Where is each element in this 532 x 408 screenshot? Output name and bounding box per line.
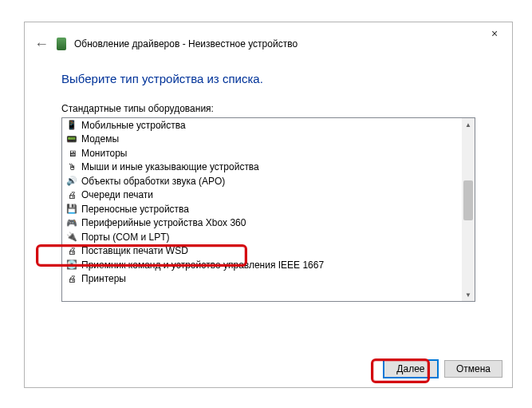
dialog-title: Обновление драйверов - Неизвестное устро… [74, 38, 298, 50]
generic-icon [65, 286, 78, 292]
mobile-icon: 📱 [65, 120, 78, 131]
scroll-down-icon[interactable]: ▼ [462, 288, 475, 301]
scroll-up-icon[interactable]: ▲ [462, 118, 475, 131]
portable-icon: 💾 [65, 204, 78, 215]
dialog-window: × ← Обновление драйверов - Неизвестное у… [24, 22, 513, 388]
list-item[interactable] [62, 286, 462, 292]
list-item-label: Объекты обработки звука (APO) [81, 176, 225, 187]
list-item-label: Мониторы [81, 148, 127, 159]
list-item[interactable]: 🖨Поставщик печати WSD [62, 244, 462, 259]
dialog-header: ← Обновление драйверов - Неизвестное уст… [25, 22, 512, 51]
list-item[interactable]: 🔊Объекты обработки звука (APO) [62, 174, 462, 188]
printer-icon: 🖨 [65, 189, 78, 200]
cancel-button[interactable]: Отмена [444, 360, 502, 378]
speaker-icon: 🔊 [65, 176, 78, 187]
list-item[interactable]: 💾Переносные устройства [62, 202, 462, 216]
list-item[interactable]: 🎮Периферийные устройства Xbox 360 [62, 216, 462, 231]
list-item-label: Модемы [81, 133, 119, 145]
list-item-label: Переносные устройства [81, 204, 189, 215]
list-item[interactable]: 🖨Принтеры [62, 272, 462, 287]
printer-icon: 🖨 [65, 245, 78, 256]
list-label: Стандартные типы оборудования: [25, 85, 512, 117]
disk-icon: 💽 [65, 259, 78, 271]
list-item[interactable]: 🖨Очереди печати [62, 188, 462, 203]
scrollbar-track[interactable] [462, 131, 475, 288]
list-item-label: Периферийные устройства Xbox 360 [81, 217, 246, 228]
back-arrow-icon[interactable]: ← [34, 37, 49, 51]
list-item[interactable]: 🖥Мониторы [62, 146, 462, 160]
device-icon [57, 38, 66, 50]
modem-icon: 📟 [65, 133, 78, 145]
list-item-label: Очереди печати [81, 189, 153, 200]
page-heading: Выберите тип устройства из списка. [25, 51, 512, 85]
list-item[interactable]: 🔌Порты (COM и LPT) [62, 230, 462, 244]
list-item[interactable]: 📱Мобильные устройства [62, 118, 462, 133]
gamepad-icon: 🎮 [65, 217, 78, 228]
list-item-label: Мыши и иные указывающие устройства [81, 161, 259, 172]
list-body[interactable]: 📱Мобильные устройства 📟Модемы 🖥Мониторы … [62, 118, 462, 301]
next-button[interactable]: Далее [384, 360, 438, 378]
dialog-buttons: Далее Отмена [384, 360, 502, 378]
monitor-icon: 🖥 [65, 148, 78, 159]
list-item-label: Принтеры [81, 273, 126, 284]
scrollbar[interactable]: ▲ ▼ [462, 118, 475, 301]
list-item-label: Порты (COM и LPT) [81, 232, 170, 243]
mouse-icon: 🖱 [65, 161, 78, 172]
port-icon: 🔌 [65, 232, 78, 243]
list-item-label: Поставщик печати WSD [81, 245, 188, 256]
list-item[interactable]: 📟Модемы [62, 133, 462, 147]
list-item[interactable]: 🖱Мыши и иные указывающие устройства [62, 160, 462, 175]
window-close-button[interactable]: × [477, 22, 512, 45]
close-icon: × [491, 27, 498, 40]
list-item[interactable]: 💽Приемник команд и устройство управления… [62, 258, 462, 272]
scrollbar-thumb[interactable] [463, 180, 473, 220]
list-item-label: Мобильные устройства [81, 120, 186, 131]
list-item-label: Приемник команд и устройство управления … [81, 259, 324, 271]
printer-icon: 🖨 [65, 273, 78, 284]
hardware-type-list: 📱Мобильные устройства 📟Модемы 🖥Мониторы … [61, 117, 475, 302]
